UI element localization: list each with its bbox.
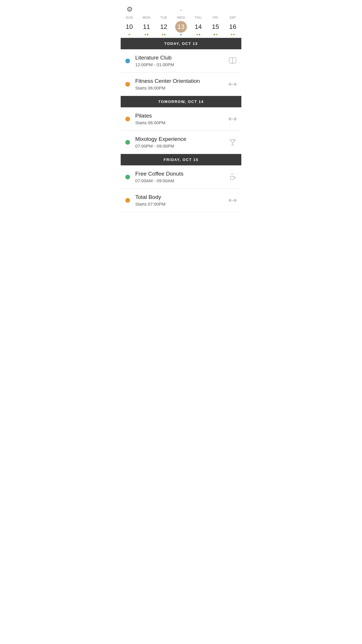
dots-row bbox=[145, 34, 148, 36]
day-number[interactable]: 12 bbox=[158, 21, 170, 33]
event-title: Literature Club bbox=[135, 55, 225, 61]
dumbbell-icon bbox=[229, 80, 237, 88]
event-color-dot bbox=[125, 59, 130, 63]
event-time: 12:00PM - 01:00PM bbox=[135, 62, 225, 67]
event-item[interactable]: Literature Club12:00PM - 01:00PM bbox=[121, 49, 241, 73]
dumbbell-icon bbox=[229, 196, 237, 204]
events-container: TODAY, OCT 13Literature Club12:00PM - 01… bbox=[121, 38, 241, 212]
section-header: FRIDAY, OCT 15 bbox=[121, 154, 241, 165]
event-time: 07:00AM - 09:00AM bbox=[135, 178, 225, 183]
svg-rect-9 bbox=[235, 118, 236, 120]
event-color-dot bbox=[125, 140, 130, 145]
event-item[interactable]: PilatesStarts 06:00PM bbox=[121, 107, 241, 131]
svg-rect-1 bbox=[230, 83, 231, 85]
event-content: Total BodyStarts 07:00PM bbox=[135, 194, 225, 206]
dots-row bbox=[196, 34, 200, 36]
event-time: 07:00PM - 09:00PM bbox=[135, 144, 225, 148]
day-name: TUE bbox=[160, 16, 167, 19]
event-time: Starts 06:00PM bbox=[135, 120, 225, 125]
event-title: Fitness Center Orientation bbox=[135, 78, 225, 84]
event-item[interactable]: Fitness Center OrientationStarts 06:00PM bbox=[121, 73, 241, 96]
svg-rect-6 bbox=[230, 118, 231, 120]
event-content: Free Coffee Donuts07:00AM - 09:00AM bbox=[135, 171, 225, 183]
event-color-dot bbox=[125, 175, 130, 179]
event-title: Pilates bbox=[135, 113, 225, 119]
day-name: MON bbox=[143, 16, 150, 19]
event-dot-indicator bbox=[180, 34, 182, 35]
dots-row bbox=[162, 34, 166, 36]
week-row: SUN10MON11TUE12WED13THU14FRI15SAT16 bbox=[121, 14, 241, 38]
event-dot-indicator bbox=[145, 34, 146, 35]
coffee-icon bbox=[229, 173, 237, 181]
book-icon bbox=[229, 57, 237, 65]
day-col-14[interactable]: THU14 bbox=[190, 16, 207, 37]
event-dot-indicator bbox=[216, 34, 217, 35]
svg-rect-4 bbox=[235, 83, 236, 85]
event-dot-indicator bbox=[164, 34, 166, 35]
event-color-dot bbox=[125, 82, 130, 87]
event-color-dot bbox=[125, 117, 130, 121]
event-content: PilatesStarts 06:00PM bbox=[135, 113, 225, 125]
section-header: TODAY, OCT 13 bbox=[121, 38, 241, 49]
event-title: Mixology Experience bbox=[135, 136, 225, 142]
header: ⚙ bbox=[121, 0, 241, 7]
day-name: FRI bbox=[213, 16, 218, 19]
event-dot-indicator bbox=[162, 34, 163, 35]
day-col-13[interactable]: WED13 bbox=[172, 16, 189, 37]
day-name: WED bbox=[177, 16, 185, 19]
day-number[interactable]: 15 bbox=[210, 21, 221, 33]
dumbbell-icon bbox=[229, 115, 237, 123]
event-dot-indicator bbox=[199, 34, 200, 35]
event-dot-indicator bbox=[196, 34, 198, 35]
svg-rect-14 bbox=[230, 199, 231, 202]
day-number[interactable]: 10 bbox=[124, 21, 135, 33]
event-color-dot bbox=[125, 198, 130, 203]
svg-rect-17 bbox=[235, 200, 236, 201]
event-content: Literature Club12:00PM - 01:00PM bbox=[135, 55, 225, 67]
event-item[interactable]: Free Coffee Donuts07:00AM - 09:00AM bbox=[121, 165, 241, 189]
svg-point-12 bbox=[234, 139, 235, 141]
cocktail-icon bbox=[229, 138, 237, 146]
section-header: TOMORROW, OCT 14 bbox=[121, 96, 241, 107]
day-col-11[interactable]: MON11 bbox=[138, 16, 155, 37]
event-time: Starts 07:00PM bbox=[135, 202, 225, 206]
dots-row bbox=[214, 34, 217, 36]
event-title: Free Coffee Donuts bbox=[135, 171, 225, 177]
event-dot-indicator bbox=[233, 34, 235, 35]
day-name: SUN bbox=[126, 16, 133, 19]
event-content: Fitness Center OrientationStarts 06:00PM bbox=[135, 78, 225, 90]
event-content: Mixology Experience07:00PM - 09:00PM bbox=[135, 136, 225, 148]
event-item[interactable]: Total BodyStarts 07:00PM bbox=[121, 189, 241, 212]
day-number[interactable]: 11 bbox=[141, 21, 152, 33]
event-title: Total Body bbox=[135, 194, 225, 200]
event-dot-indicator bbox=[231, 34, 232, 35]
dots-row bbox=[231, 34, 235, 36]
event-time: Starts 06:00PM bbox=[135, 85, 225, 90]
day-name: SAT bbox=[229, 16, 236, 19]
day-col-15[interactable]: FRI15 bbox=[207, 16, 224, 37]
gear-icon[interactable]: ⚙ bbox=[126, 5, 133, 13]
event-dot-indicator bbox=[129, 34, 130, 35]
event-item[interactable]: Mixology Experience07:00PM - 09:00PM bbox=[121, 131, 241, 154]
day-number[interactable]: 16 bbox=[227, 21, 238, 33]
dots-row bbox=[180, 34, 182, 36]
day-name: THU bbox=[195, 16, 202, 19]
day-number[interactable]: 14 bbox=[192, 21, 204, 33]
day-col-12[interactable]: TUE12 bbox=[155, 16, 172, 37]
chevron-down-icon[interactable]: ⌄ bbox=[121, 7, 241, 14]
event-dot-indicator bbox=[214, 34, 215, 35]
event-dot-indicator bbox=[147, 34, 148, 35]
dots-row bbox=[129, 34, 130, 36]
day-col-10[interactable]: SUN10 bbox=[121, 16, 138, 37]
day-number[interactable]: 13 bbox=[175, 21, 187, 33]
day-col-16[interactable]: SAT16 bbox=[224, 16, 241, 37]
